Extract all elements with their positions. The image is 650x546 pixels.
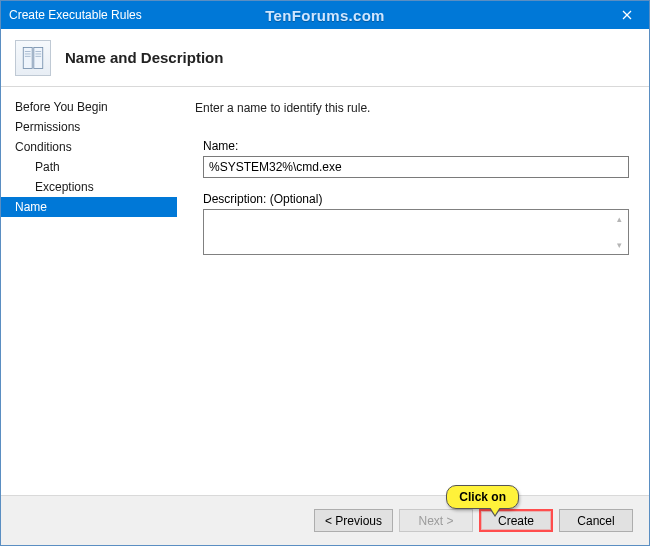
window-title: Create Executable Rules [9, 8, 142, 22]
sidebar-item-name[interactable]: Name [1, 197, 177, 217]
wizard-window: Create Executable Rules TenForums.com Na… [0, 0, 650, 546]
wizard-footer: Click on < Previous Next > Create Cancel [1, 495, 649, 545]
name-input[interactable] [203, 156, 629, 178]
sidebar: Before You Begin Permissions Conditions … [1, 87, 177, 495]
scroll-down-icon: ▾ [617, 240, 622, 250]
sidebar-item-permissions[interactable]: Permissions [1, 117, 177, 137]
sidebar-item-conditions[interactable]: Conditions [1, 137, 177, 157]
scroll-up-icon: ▴ [617, 214, 622, 224]
document-icon [20, 45, 46, 71]
annotation-callout: Click on [446, 485, 519, 509]
close-button[interactable] [605, 1, 649, 29]
wizard-body: Before You Begin Permissions Conditions … [1, 87, 649, 495]
scrollbar[interactable]: ▴ ▾ [612, 212, 626, 252]
sidebar-item-exceptions[interactable]: Exceptions [1, 177, 177, 197]
content-pane: Enter a name to identify this rule. Name… [177, 87, 649, 495]
description-label: Description: (Optional) [203, 192, 629, 206]
wizard-icon [15, 40, 51, 76]
description-input[interactable]: ▴ ▾ [203, 209, 629, 255]
svg-rect-3 [34, 47, 43, 68]
cancel-button[interactable]: Cancel [559, 509, 633, 532]
page-heading: Name and Description [65, 49, 223, 66]
wizard-header: Name and Description [1, 29, 649, 87]
close-icon [622, 10, 632, 20]
watermark-text: TenForums.com [265, 7, 384, 24]
sidebar-item-path[interactable]: Path [1, 157, 177, 177]
instruction-text: Enter a name to identify this rule. [195, 101, 629, 115]
previous-button[interactable]: < Previous [314, 509, 393, 532]
sidebar-item-before-you-begin[interactable]: Before You Begin [1, 97, 177, 117]
titlebar: Create Executable Rules TenForums.com [1, 1, 649, 29]
next-button: Next > [399, 509, 473, 532]
name-label: Name: [203, 139, 629, 153]
svg-rect-2 [23, 47, 32, 68]
